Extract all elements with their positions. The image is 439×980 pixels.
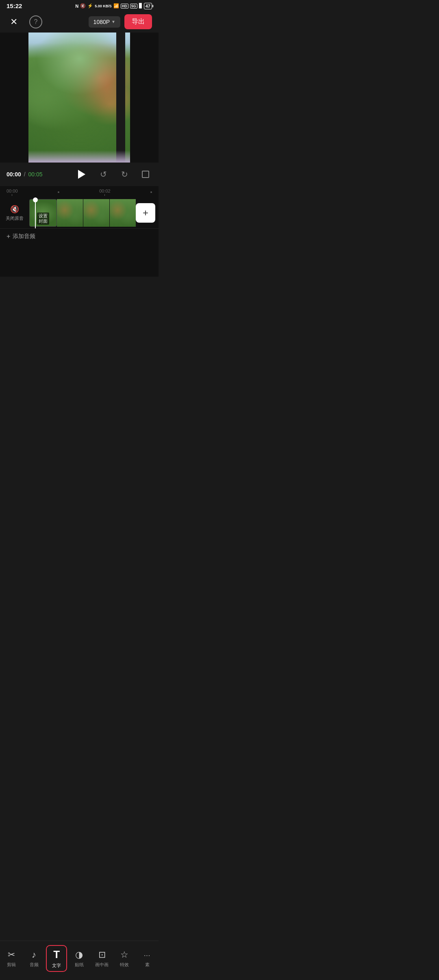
- cover-label: 设置封面: [37, 212, 49, 225]
- speaker-icon: 🔇: [10, 205, 19, 214]
- video-thumb-2: [83, 199, 109, 227]
- nfc-icon: N: [75, 4, 78, 9]
- ruler-dot-2: [150, 191, 152, 193]
- time-separator: /: [24, 171, 26, 178]
- top-toolbar-right: 1080P ▼ 导出: [89, 14, 152, 29]
- speed-indicator: 5.00 KB/S: [95, 4, 112, 8]
- tree-bottom: [28, 150, 130, 163]
- 5g-badge: 5G: [130, 4, 137, 9]
- ruler-mark-2: 00:02: [99, 189, 111, 196]
- help-button[interactable]: ?: [29, 15, 42, 28]
- top-toolbar: ✕ ? 1080P ▼ 导出: [0, 11, 159, 33]
- video-side-left: [0, 33, 28, 163]
- add-audio-plus-icon: +: [7, 233, 10, 240]
- tree-pole: [116, 33, 125, 163]
- ruler-dot-1: [58, 191, 59, 193]
- undo-icon: ↺: [100, 169, 107, 179]
- add-audio-row[interactable]: + 添加音频: [0, 228, 159, 244]
- video-frame: [28, 33, 130, 163]
- video-preview-inner: [28, 33, 130, 163]
- video-thumb-1: [57, 199, 83, 227]
- status-icons: N 🔇 ⚡ 5.00 KB/S 📶 HD 5G ▊ 47: [75, 3, 152, 9]
- add-clip-icon: +: [143, 207, 148, 219]
- redo-button[interactable]: ↻: [118, 168, 131, 181]
- status-bar: 15:22 N 🔇 ⚡ 5.00 KB/S 📶 HD 5G ▊ 47: [0, 0, 159, 11]
- mute-icon: 🔇: [80, 3, 86, 9]
- timeline-area: 00:00 00:02 🔇 关闭原音 设置封面: [0, 186, 159, 244]
- top-toolbar-left: ✕ ?: [7, 15, 42, 29]
- resolution-label: 1080P: [93, 19, 110, 25]
- video-side-right: [130, 33, 159, 163]
- bottom-spacer: [0, 244, 159, 277]
- signal-bars: ▊: [139, 3, 142, 9]
- undo-button[interactable]: ↺: [97, 168, 110, 181]
- wifi-icon: 📶: [113, 3, 119, 9]
- video-preview: [0, 33, 159, 163]
- resolution-button[interactable]: 1080P ▼: [89, 16, 120, 28]
- video-thumb-3: [110, 199, 136, 227]
- hd-badge: HD: [121, 4, 128, 9]
- time-display: 00:00 / 00:05: [7, 171, 68, 178]
- playhead: [35, 197, 36, 228]
- help-icon: ?: [34, 18, 38, 26]
- cover-thumb[interactable]: 设置封面: [29, 199, 57, 227]
- chevron-down-icon: ▼: [111, 20, 115, 24]
- audio-track-label[interactable]: 🔇 关闭原音: [0, 202, 29, 225]
- status-time: 15:22: [7, 2, 22, 9]
- fullscreen-button[interactable]: [139, 168, 152, 181]
- battery-indicator: 47: [144, 3, 152, 9]
- export-button[interactable]: 导出: [124, 14, 152, 29]
- add-clip-button[interactable]: +: [136, 203, 155, 223]
- timeline-tracks: 🔇 关闭原音 设置封面 +: [0, 197, 159, 228]
- fullscreen-icon: [142, 171, 149, 178]
- redo-icon: ↻: [121, 169, 128, 179]
- timeline-ruler: 00:00 00:02: [0, 186, 159, 197]
- bluetooth-icon: ⚡: [87, 3, 93, 9]
- add-audio-label: 添加音频: [13, 233, 35, 240]
- close-icon: ✕: [10, 17, 17, 27]
- close-button[interactable]: ✕: [7, 15, 21, 29]
- timeline-content: 设置封面 +: [29, 199, 159, 227]
- cover-thumb-inner: 设置封面: [30, 199, 57, 226]
- total-time: 00:05: [28, 171, 42, 178]
- audio-label-text: 关闭原音: [6, 215, 24, 221]
- video-thumbnails: [57, 199, 136, 227]
- play-icon: [78, 170, 85, 179]
- current-time: 00:00: [7, 171, 21, 178]
- ruler-mark-0: 00:00: [7, 189, 18, 196]
- ruler-marks: 00:00 00:02: [0, 189, 159, 196]
- controls-center: ↺ ↻: [73, 167, 152, 182]
- play-button[interactable]: [73, 167, 89, 182]
- playback-controls: 00:00 / 00:05 ↺ ↻: [0, 163, 159, 186]
